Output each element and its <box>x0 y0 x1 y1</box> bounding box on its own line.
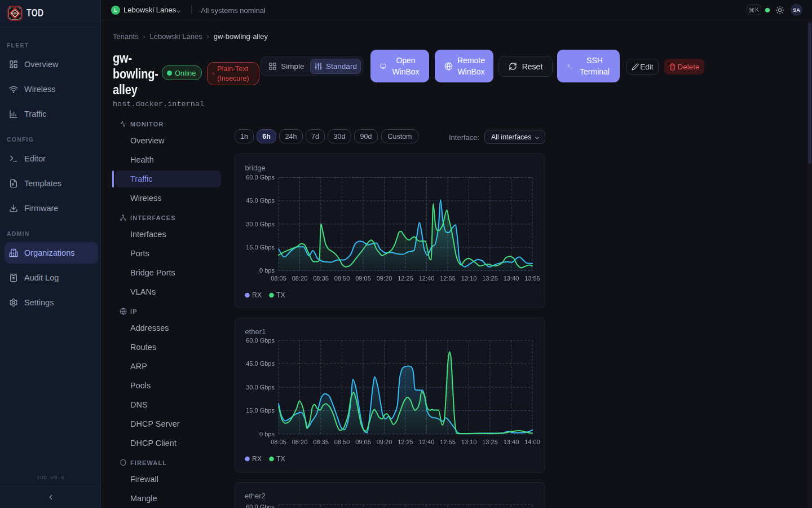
svg-text:0 bps: 0 bps <box>259 431 275 437</box>
svg-text:13:25: 13:25 <box>482 439 498 445</box>
svg-text:60.0 Gbps: 60.0 Gbps <box>246 337 275 344</box>
svg-text:09:05: 09:05 <box>355 439 371 445</box>
svg-text:14:00: 14:00 <box>524 439 540 445</box>
svg-text:13:40: 13:40 <box>504 275 519 282</box>
svg-text:13:10: 13:10 <box>461 275 477 282</box>
svg-text:bridge: bridge <box>245 164 266 172</box>
svg-text:12:55: 12:55 <box>440 439 456 445</box>
svg-text:45.0 Gbps: 45.0 Gbps <box>246 360 275 367</box>
svg-text:08:05: 08:05 <box>271 439 286 445</box>
svg-text:08:50: 08:50 <box>334 439 350 445</box>
svg-text:15.0 Gbps: 15.0 Gbps <box>246 407 275 414</box>
svg-text:ether1: ether1 <box>245 327 266 336</box>
svg-text:08:35: 08:35 <box>313 275 329 282</box>
svg-text:13:55: 13:55 <box>524 275 540 282</box>
svg-text:12:55: 12:55 <box>440 275 456 282</box>
svg-text:60.0 Gbps: 60.0 Gbps <box>246 174 275 181</box>
svg-text:0 bps: 0 bps <box>259 267 275 274</box>
svg-text:12:40: 12:40 <box>419 439 435 445</box>
svg-text:09:20: 09:20 <box>377 275 392 282</box>
svg-text:12:25: 12:25 <box>398 439 413 445</box>
svg-text:TX: TX <box>276 455 285 463</box>
svg-text:08:05: 08:05 <box>271 275 286 282</box>
svg-text:13:25: 13:25 <box>482 275 498 282</box>
svg-text:08:20: 08:20 <box>292 275 308 282</box>
svg-text:45.0 Gbps: 45.0 Gbps <box>246 197 275 204</box>
svg-text:RX: RX <box>252 291 262 299</box>
svg-text:60.0 Gbps: 60.0 Gbps <box>246 503 275 508</box>
svg-text:09:20: 09:20 <box>377 439 392 445</box>
svg-text:30.0 Gbps: 30.0 Gbps <box>246 384 275 391</box>
svg-text:09:05: 09:05 <box>355 275 371 282</box>
svg-text:12:25: 12:25 <box>398 275 413 282</box>
svg-text:13:10: 13:10 <box>461 439 477 445</box>
svg-text:08:20: 08:20 <box>292 439 308 445</box>
svg-text:15.0 Gbps: 15.0 Gbps <box>246 244 275 251</box>
svg-text:RX: RX <box>252 455 262 463</box>
svg-text:12:40: 12:40 <box>419 275 435 282</box>
svg-text:08:35: 08:35 <box>313 439 329 445</box>
svg-text:08:50: 08:50 <box>334 275 350 282</box>
svg-text:30.0 Gbps: 30.0 Gbps <box>246 221 275 227</box>
svg-text:TX: TX <box>276 291 285 299</box>
svg-text:ether2: ether2 <box>245 492 266 500</box>
svg-text:13:40: 13:40 <box>504 439 519 445</box>
